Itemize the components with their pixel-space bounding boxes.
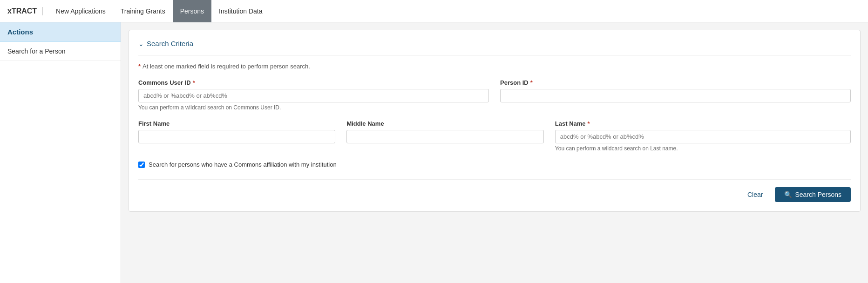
required-star-icon: *: [138, 63, 141, 70]
search-persons-button[interactable]: 🔍 Search Persons: [775, 187, 851, 202]
last-name-required-star: *: [588, 120, 590, 127]
content-area: ⌄ Search Criteria * At least one marked …: [121, 22, 868, 283]
required-note: * At least one marked field is required …: [138, 63, 851, 70]
search-icon: 🔍: [784, 191, 792, 198]
first-name-group: First Name: [138, 120, 335, 152]
commons-user-id-required-star: *: [193, 79, 195, 86]
person-id-label: Person ID *: [500, 79, 851, 86]
checkbox-row: Search for persons who have a Commons af…: [138, 161, 851, 168]
last-name-label: Last Name *: [555, 120, 851, 127]
person-id-required-star: *: [530, 79, 533, 86]
commons-user-id-label: Commons User ID *: [138, 79, 489, 86]
search-criteria-header[interactable]: ⌄ Search Criteria: [138, 40, 851, 47]
person-id-input[interactable]: [500, 89, 851, 102]
last-name-input[interactable]: [555, 130, 851, 143]
main-layout: Actions Search for a Person ⌄ Search Cri…: [0, 22, 868, 283]
form-row-1: Commons User ID * You can perform a wild…: [138, 79, 851, 111]
top-nav: xTRACT New Applications Training Grants …: [0, 0, 868, 22]
clear-button[interactable]: Clear: [743, 188, 767, 201]
sidebar-section-title: Actions: [0, 22, 121, 42]
commons-affiliation-checkbox[interactable]: [138, 162, 145, 168]
sidebar-item-search-for-person[interactable]: Search for a Person: [0, 42, 121, 61]
sidebar: Actions Search for a Person: [0, 22, 121, 283]
form-row-2: First Name Middle Name Last Name *: [138, 120, 851, 152]
first-name-input[interactable]: [138, 130, 335, 143]
search-criteria-title: Search Criteria: [147, 40, 193, 47]
middle-name-input[interactable]: [346, 130, 543, 143]
first-name-label: First Name: [138, 120, 335, 127]
commons-user-id-group: Commons User ID * You can perform a wild…: [138, 79, 489, 111]
commons-user-id-hint: You can perform a wildcard search on Com…: [138, 104, 489, 111]
search-panel: ⌄ Search Criteria * At least one marked …: [129, 30, 861, 212]
divider: [138, 55, 851, 55]
nav-item-institution-data[interactable]: Institution Data: [211, 0, 270, 22]
middle-name-label: Middle Name: [346, 120, 543, 127]
commons-user-id-input[interactable]: [138, 89, 489, 102]
nav-item-training-grants[interactable]: Training Grants: [113, 0, 173, 22]
last-name-group: Last Name * You can perform a wildcard s…: [555, 120, 851, 152]
nav-item-persons[interactable]: Persons: [173, 0, 211, 22]
commons-affiliation-label: Search for persons who have a Commons af…: [149, 161, 337, 168]
nav-item-new-applications[interactable]: New Applications: [48, 0, 113, 22]
chevron-down-icon: ⌄: [138, 40, 144, 47]
middle-name-group: Middle Name: [346, 120, 543, 152]
actions-row: Clear 🔍 Search Persons: [138, 179, 851, 202]
last-name-hint: You can perform a wildcard search on Las…: [555, 145, 851, 152]
brand-logo: xTRACT: [7, 7, 43, 15]
person-id-group: Person ID *: [500, 79, 851, 111]
